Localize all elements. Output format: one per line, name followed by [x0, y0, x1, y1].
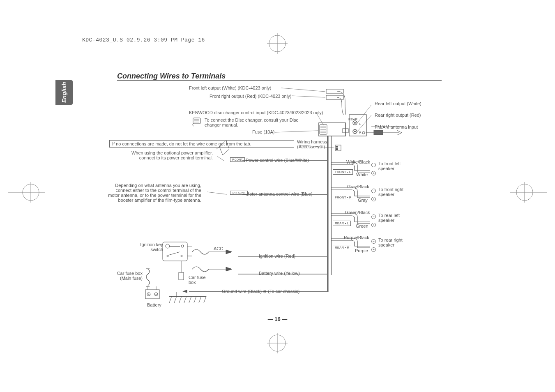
svg-line-49	[168, 252, 180, 255]
svg-line-43	[207, 192, 227, 194]
svg-point-47	[167, 255, 168, 257]
svg-rect-44	[163, 242, 187, 261]
svg-line-74	[174, 296, 177, 303]
svg-rect-15	[349, 115, 366, 136]
svg-rect-35	[336, 148, 338, 150]
front-output-connectors	[326, 89, 346, 115]
svg-point-20	[362, 131, 365, 134]
car-fuse-box-main-icon	[146, 268, 150, 286]
language-tab: English	[55, 80, 73, 105]
wiring-diagram: + −	[74, 80, 444, 318]
acc-fuse-icon	[187, 246, 232, 272]
svg-line-73	[169, 296, 172, 303]
svg-line-76	[184, 296, 187, 303]
crop-mark-bottom	[267, 333, 288, 353]
svg-point-19	[354, 131, 356, 132]
head-unit-icon	[319, 115, 366, 136]
svg-line-26	[275, 131, 318, 132]
svg-marker-55	[226, 267, 232, 271]
header-print-note: KDC-4023_U.S 02.9.26 3:09 PM Page 16	[82, 37, 205, 43]
svg-line-41	[217, 156, 224, 161]
svg-line-79	[199, 296, 201, 303]
caution-icon	[193, 118, 200, 126]
svg-line-36	[299, 145, 334, 148]
svg-line-78	[194, 296, 196, 303]
svg-point-46	[181, 245, 184, 247]
page-title: Connecting Wires to Terminals	[117, 72, 226, 81]
svg-line-28	[357, 115, 371, 131]
car-fuse-box-icon	[179, 261, 184, 280]
svg-text:−: −	[155, 293, 157, 296]
svg-line-77	[189, 296, 191, 303]
battery-icon: + −	[145, 290, 159, 299]
svg-marker-53	[226, 250, 232, 254]
ignition-switch-icon	[163, 242, 187, 261]
svg-rect-62	[179, 272, 184, 280]
crop-mark-top	[267, 33, 288, 54]
svg-line-27	[357, 105, 371, 123]
crop-mark-left	[8, 182, 29, 203]
antenna-plug	[374, 130, 402, 135]
svg-line-80	[204, 296, 206, 303]
svg-point-45	[166, 244, 170, 248]
page-number: — 16 —	[0, 316, 555, 322]
svg-rect-34	[336, 146, 338, 148]
svg-rect-30	[374, 130, 383, 135]
chassis-ground-icon	[169, 292, 206, 303]
svg-line-25	[316, 113, 324, 125]
harness-connector-icon	[299, 145, 341, 151]
svg-rect-21	[326, 89, 343, 93]
svg-line-23	[281, 88, 325, 92]
crop-mark-right	[510, 182, 531, 203]
svg-line-24	[292, 96, 325, 97]
svg-point-48	[181, 255, 182, 257]
svg-marker-59	[182, 290, 187, 293]
svg-line-75	[179, 296, 182, 303]
svg-point-17	[354, 122, 356, 124]
svg-text:+: +	[148, 293, 150, 296]
